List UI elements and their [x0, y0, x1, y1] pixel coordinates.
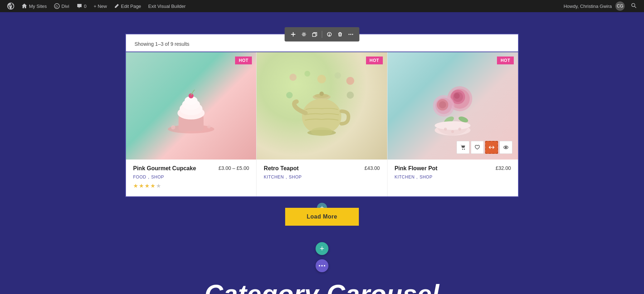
svg-point-21: [289, 74, 297, 81]
svg-point-49: [451, 130, 454, 133]
product-categories-flower: KITCHEN , SHOP: [395, 175, 511, 180]
svg-point-8: [329, 35, 330, 36]
svg-point-11: [352, 34, 353, 35]
svg-point-10: [350, 34, 351, 35]
content-area: Showing 1–3 of 9 results: [118, 12, 526, 294]
svg-point-57: [324, 265, 325, 266]
product-rating-cupcake: ★ ★ ★ ★ ★: [133, 182, 249, 189]
svg-point-48: [444, 128, 447, 131]
svg-point-50: [458, 128, 461, 131]
svg-point-9: [348, 34, 350, 35]
product-title-row-flower: Pink Flower Pot £32.00: [395, 165, 511, 172]
add-to-cart-btn[interactable]: [457, 141, 469, 154]
category-carousel-title: Category Carousel: [125, 272, 519, 294]
load-more-wrapper: + Load More: [285, 208, 358, 226]
avatar[interactable]: CG: [615, 1, 625, 11]
results-text: Showing 1–3 of 9 results: [135, 41, 189, 47]
product-title-row-teapot: Retro Teapot £43.00: [264, 165, 380, 172]
category-shop-teapot[interactable]: SHOP: [289, 175, 302, 180]
category-shop-cupcake[interactable]: SHOP: [151, 175, 164, 180]
svg-point-20: [189, 93, 194, 98]
new-menu[interactable]: + New: [91, 0, 110, 12]
comments-count: 0: [84, 4, 87, 9]
adminbar-right: Howdy, Christina Gwira CG: [564, 1, 640, 11]
section-toolbar: [285, 27, 360, 41]
toolbar-disable-btn[interactable]: [325, 29, 335, 39]
svg-point-22: [304, 71, 310, 77]
product-info-flower: Pink Flower Pot £32.00 KITCHEN , SHOP: [387, 160, 518, 187]
new-label: + New: [94, 4, 107, 9]
dots-icon: [319, 264, 325, 267]
hot-badge-teapot: HOT: [366, 57, 383, 64]
product-image-teapot: HOT: [257, 52, 387, 160]
svg-point-23: [317, 75, 326, 83]
category-kitchen-flower[interactable]: KITCHEN: [395, 175, 415, 180]
teapot-illustration: [286, 70, 357, 142]
product-actions-flower: [457, 141, 512, 154]
search-icon[interactable]: [628, 3, 640, 10]
divi-icon: D: [54, 3, 60, 9]
more-options-btn[interactable]: [316, 259, 328, 272]
user-greeting: Howdy, Christina Gwira: [564, 4, 612, 9]
product-price-teapot: £43.00: [365, 165, 380, 171]
edit-icon: [114, 4, 119, 9]
quick-view-btn[interactable]: [499, 141, 512, 154]
svg-point-33: [311, 127, 332, 136]
hot-badge-cupcake: HOT: [235, 57, 252, 64]
wp-logo[interactable]: [4, 0, 17, 12]
product-title-teapot: Retro Teapot: [264, 165, 298, 172]
svg-point-51: [462, 149, 463, 150]
wishlist-btn[interactable]: [471, 141, 484, 154]
product-price-flower: £32.00: [496, 165, 511, 171]
svg-point-30: [319, 92, 324, 96]
eye-icon: [503, 144, 509, 150]
load-more-section: + Load More: [125, 197, 519, 236]
star-1: ★: [133, 182, 138, 189]
cart-icon: [460, 144, 466, 150]
product-image-cupcake: HOT: [126, 52, 256, 160]
toolbar-more-btn[interactable]: [346, 29, 356, 39]
toolbar-settings-btn[interactable]: [299, 29, 309, 39]
star-5: ★: [156, 182, 161, 189]
divi-menu[interactable]: D Divi: [51, 0, 72, 12]
star-2: ★: [139, 182, 144, 189]
svg-point-14: [171, 125, 175, 129]
edit-page-link[interactable]: Edit Page: [111, 0, 144, 12]
compare-btn[interactable]: [485, 141, 498, 154]
load-more-button[interactable]: Load More: [285, 208, 358, 226]
comments-menu[interactable]: 0: [74, 0, 89, 12]
add-section-btn[interactable]: +: [316, 242, 328, 255]
cupcake-illustration: [159, 70, 223, 142]
svg-point-15: [207, 125, 211, 128]
svg-point-26: [286, 92, 293, 98]
heart-icon: [474, 144, 480, 150]
exit-vb-link[interactable]: Exit Visual Builder: [145, 0, 189, 12]
product-card-flower: HOT Pink Flower Pot £32.00 KITCHEN , SHO…: [387, 52, 518, 196]
my-sites-label: My Sites: [29, 4, 47, 9]
page-wrapper: Showing 1–3 of 9 results: [0, 0, 644, 294]
svg-text:D: D: [55, 5, 58, 8]
toolbar-clone-btn[interactable]: [310, 29, 320, 39]
admin-bar: My Sites D Divi 0 + New Edit Page: [0, 0, 644, 12]
star-3: ★: [145, 182, 150, 189]
svg-rect-6: [313, 33, 316, 36]
category-carousel-section: Category Carousel: [125, 272, 519, 294]
more-options-area: [125, 258, 519, 272]
svg-point-5: [303, 34, 305, 35]
toolbar-add-btn[interactable]: [288, 29, 298, 39]
product-title-cupcake: Pink Gourmet Cupcake: [133, 165, 196, 172]
toolbar-delete-btn[interactable]: [335, 29, 345, 39]
divi-label: Divi: [62, 4, 69, 9]
product-price-cupcake: £3.00 – £5.00: [219, 165, 249, 171]
category-shop-flower[interactable]: SHOP: [420, 175, 433, 180]
category-food[interactable]: FOOD: [133, 175, 146, 180]
my-sites-menu[interactable]: My Sites: [19, 0, 50, 12]
comment-icon: [77, 3, 82, 9]
product-title-flower: Pink Flower Pot: [395, 165, 438, 172]
category-kitchen-teapot[interactable]: KITCHEN: [264, 175, 284, 180]
flower-illustration: [417, 70, 488, 142]
svg-line-4: [635, 6, 636, 8]
svg-point-27: [347, 92, 354, 99]
svg-point-54: [505, 147, 507, 148]
svg-point-3: [632, 3, 635, 6]
